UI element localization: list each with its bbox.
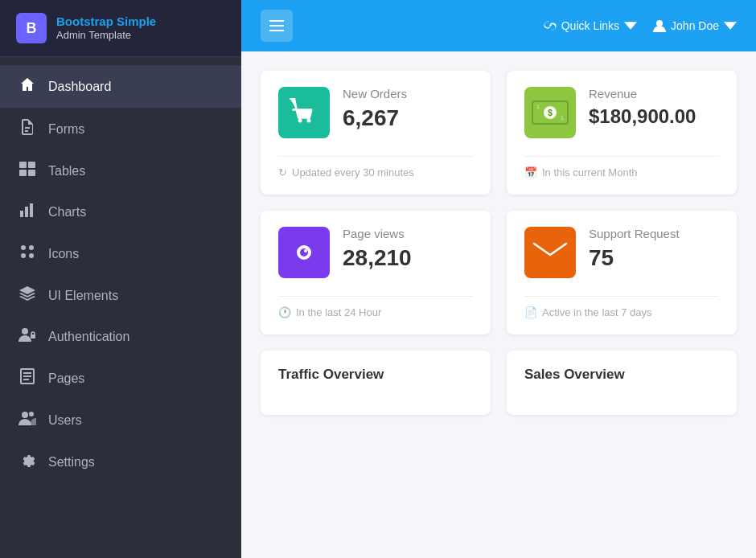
svg-rect-3 [28,170,35,176]
quick-links-label: Quick Links [561,19,619,32]
home-icon [18,76,37,96]
people-icon [18,411,37,429]
new-orders-footer: ↻ Updated every 30 minutes [278,166,473,178]
new-orders-card: New Orders 6,267 ↻ Updated every 30 minu… [261,71,491,195]
cart-icon [278,87,330,138]
sidebar-nav: Dashboard Forms Tables Charts [0,57,241,491]
sales-overview-card: Sales Overview [507,351,737,415]
icons-icon [18,244,37,264]
svg-point-7 [21,245,26,250]
svg-point-13 [31,332,35,335]
revenue-label: Revenue [589,87,696,101]
sidebar-label-icons: Icons [48,247,79,261]
sidebar-label-ui-elements: UI Elements [48,289,118,303]
svg-rect-16 [269,20,284,22]
revenue-footer: 📅 In this current Month [524,166,719,178]
main-area: Quick Links John Doe [241,0,756,558]
new-orders-label: New Orders [343,87,407,101]
sidebar-item-settings[interactable]: Settings [0,441,241,483]
server-icon: 📄 [524,306,537,318]
new-orders-footer-text: Updated every 30 minutes [292,166,414,178]
support-footer-text: Active in the last 7 days [542,306,652,318]
page-views-label: Page views [343,227,412,240]
refresh-icon: ↻ [278,166,287,178]
topbar-left [261,10,293,42]
brand-sub: Admin Template [56,29,156,42]
svg-point-31 [304,249,307,252]
clock-icon: 🕐 [278,306,291,318]
svg-rect-32 [534,241,566,264]
sidebar-item-users[interactable]: Users [0,400,241,441]
sidebar-label-forms: Forms [48,122,84,137]
sidebar-item-dashboard[interactable]: Dashboard [0,65,241,108]
new-orders-value: 6,267 [343,105,407,131]
traffic-overview-card: Traffic Overview [261,351,491,415]
quick-links-button[interactable]: Quick Links [544,19,637,32]
svg-point-15 [29,412,34,416]
eye-icon [278,227,330,278]
sidebar-item-authentication[interactable]: Authentication [0,316,241,357]
svg-point-21 [307,119,311,123]
layers-icon [18,286,37,305]
support-label: Support Request [589,227,680,240]
svg-text:1: 1 [536,104,540,109]
support-value: 75 [589,245,680,271]
sidebar-item-ui-elements[interactable]: UI Elements [0,275,241,316]
sidebar-item-charts[interactable]: Charts [0,191,241,232]
hamburger-button[interactable] [261,10,293,42]
sidebar-item-forms[interactable]: Forms [0,108,241,150]
svg-point-20 [298,119,302,123]
revenue-value: $180,900.00 [589,105,696,128]
sidebar-item-tables[interactable]: Tables [0,150,241,191]
svg-point-19 [656,20,663,27]
gear-icon [18,452,37,472]
revenue-card: $ 1 1 Revenue $180,900.00 📅 In this curr… [507,71,737,195]
svg-rect-18 [269,30,284,31]
page-icon [18,368,37,388]
sidebar-logo: B Bootstrap Simple Admin Template [0,0,241,57]
user-menu-button[interactable]: John Doe [653,19,737,32]
svg-rect-0 [19,162,27,168]
sidebar: B Bootstrap Simple Admin Template Dashbo… [0,0,241,558]
topbar: Quick Links John Doe [241,0,756,51]
traffic-overview-title: Traffic Overview [278,367,473,383]
logo-text: Bootstrap Simple Admin Template [56,14,156,42]
page-views-card: Page views 28,210 🕐 In the last 24 Hour [261,211,491,334]
file-icon [18,119,37,139]
sidebar-label-dashboard: Dashboard [48,80,111,94]
sidebar-label-settings: Settings [48,455,95,470]
revenue-footer-text: In this current Month [542,166,638,178]
topbar-right: Quick Links John Doe [544,19,737,32]
svg-point-10 [29,253,34,258]
overview-row: Traffic Overview Sales Overview [261,351,737,415]
svg-point-30 [300,248,308,256]
content-area: New Orders 6,267 ↻ Updated every 30 minu… [241,51,756,434]
top-cards-row: New Orders 6,267 ↻ Updated every 30 minu… [261,71,737,195]
brand-name: Bootstrap Simple [56,14,156,29]
svg-text:1: 1 [561,115,564,121]
chart-icon [18,203,37,221]
sidebar-label-charts: Charts [48,205,86,220]
mail-icon [524,227,576,278]
svg-rect-17 [269,25,284,27]
page-views-footer-text: In the last 24 Hour [296,306,381,318]
svg-rect-5 [25,207,28,217]
calendar-icon: 📅 [524,166,537,178]
page-views-value: 28,210 [343,245,412,271]
svg-rect-6 [30,203,33,217]
sales-overview-title: Sales Overview [524,367,719,383]
svg-text:$: $ [548,109,553,117]
svg-rect-4 [20,211,23,217]
svg-point-11 [22,328,28,334]
sidebar-item-pages[interactable]: Pages [0,357,241,400]
svg-point-14 [22,412,28,418]
sidebar-label-pages: Pages [48,371,84,386]
user-name: John Doe [671,19,719,32]
sidebar-label-users: Users [48,413,82,428]
table-icon [18,162,37,180]
support-request-card: Support Request 75 📄 Active in the last … [507,211,737,334]
sidebar-item-icons[interactable]: Icons [0,232,241,275]
page-views-footer: 🕐 In the last 24 Hour [278,306,473,318]
svg-point-9 [21,253,26,258]
users-lock-icon [18,327,37,346]
